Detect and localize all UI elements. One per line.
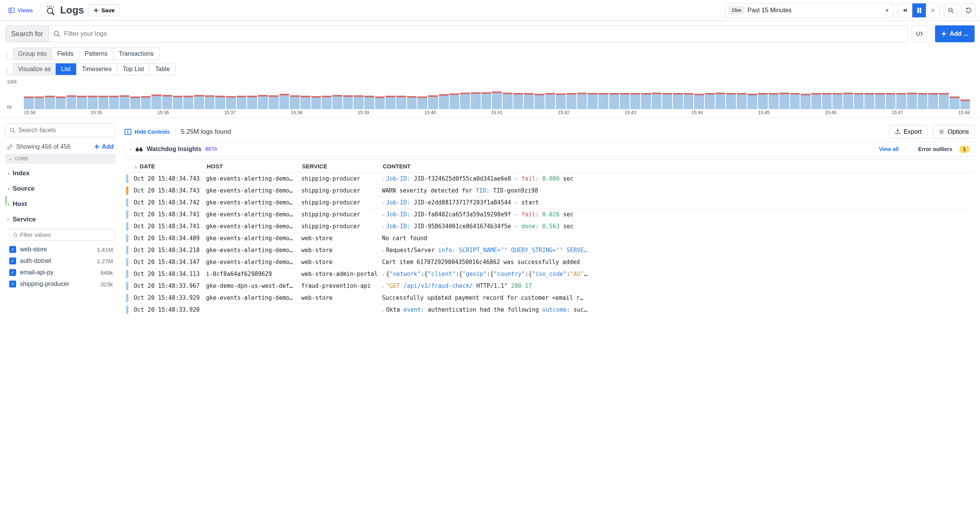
zoom-out-button[interactable]: [944, 3, 958, 17]
chart-bar[interactable]: [896, 95, 906, 109]
chart-bar[interactable]: [56, 98, 66, 109]
log-row[interactable]: Oct 20 15:48:34.741 gke-events-alerting-…: [125, 209, 975, 221]
visualize-table[interactable]: Table: [150, 63, 176, 75]
chart-bar[interactable]: [205, 97, 215, 109]
chart-bar[interactable]: [279, 95, 289, 109]
visualize-list[interactable]: List: [56, 63, 76, 75]
pencil-icon[interactable]: [7, 144, 13, 150]
chart-bar[interactable]: [513, 95, 523, 109]
chart-bar[interactable]: [769, 95, 779, 110]
chart-bar[interactable]: [364, 97, 374, 110]
service-facet-item[interactable]: ✓auth-dotnet1.27M: [5, 255, 115, 267]
chart-bar[interactable]: [832, 95, 842, 109]
chart-bar[interactable]: [35, 98, 45, 109]
chart-bar[interactable]: [822, 95, 832, 110]
pause-button[interactable]: [912, 3, 926, 17]
chart-bar[interactable]: [183, 97, 193, 110]
chart-bar[interactable]: [630, 95, 640, 110]
chart-bar[interactable]: [385, 97, 395, 109]
log-row[interactable]: Oct 20 15:48:34.489 gke-events-alerting-…: [125, 233, 975, 244]
chart-bar[interactable]: [545, 95, 555, 109]
chart-bar[interactable]: [779, 94, 789, 109]
facet-service[interactable]: ›Service: [5, 212, 115, 227]
col-date[interactable]: ↓ DATE: [135, 163, 207, 169]
chart-bar[interactable]: [482, 94, 492, 109]
chart-bar[interactable]: [939, 95, 949, 109]
views-button[interactable]: Views: [5, 5, 37, 16]
chart-bar[interactable]: [269, 97, 279, 109]
chart-bar[interactable]: [811, 95, 821, 109]
chart-bar[interactable]: [66, 97, 76, 109]
chart-bar[interactable]: [130, 98, 140, 109]
chart-bar[interactable]: [247, 97, 257, 110]
chart-bar[interactable]: [620, 95, 630, 109]
chart-bar[interactable]: [311, 98, 321, 109]
service-facet-item[interactable]: ✓email-api-py646k: [5, 267, 115, 278]
histogram-chart[interactable]: 100k 0k 15:3415:3515:3615:3715:3815:3915…: [0, 75, 980, 118]
chart-bar[interactable]: [98, 97, 108, 110]
chart-bar[interactable]: [652, 94, 662, 109]
chart-bar[interactable]: [524, 95, 534, 109]
chart-bar[interactable]: [928, 95, 938, 110]
facets-search[interactable]: [5, 123, 115, 137]
chart-bar[interactable]: [705, 95, 715, 110]
chart-bar[interactable]: [88, 97, 98, 109]
options-button[interactable]: Options: [933, 125, 975, 139]
chart-bar[interactable]: [492, 93, 502, 109]
log-row[interactable]: Oct 20 15:48:34.147 gke-events-alerting-…: [125, 256, 975, 268]
chart-bar[interactable]: [343, 97, 353, 109]
chart-bar[interactable]: [354, 97, 364, 109]
filter-values-input[interactable]: [20, 231, 112, 238]
chart-bar[interactable]: [577, 94, 587, 109]
chart-bar[interactable]: [258, 96, 268, 109]
chart-bar[interactable]: [471, 94, 481, 109]
filter-values-box[interactable]: [9, 229, 115, 241]
search-input[interactable]: [64, 30, 903, 38]
col-service[interactable]: SERVICE: [302, 163, 383, 169]
step-forward-button[interactable]: [926, 3, 940, 17]
chart-bar[interactable]: [716, 94, 726, 109]
chart-bar[interactable]: [407, 98, 417, 109]
log-row[interactable]: Oct 20 15:48:33.967 gke-demo-dpn-us-west…: [125, 280, 975, 292]
watchdog-insights-row[interactable]: › Watchdog Insights BETA View all Error …: [125, 142, 975, 156]
chart-bar[interactable]: [322, 97, 332, 110]
chart-bar[interactable]: [737, 95, 747, 110]
log-row[interactable]: Oct 20 15:48:33.920 ▸Okta event: authent…: [125, 304, 975, 316]
facet-host[interactable]: ›Host: [5, 196, 115, 212]
chart-bar[interactable]: [566, 95, 576, 109]
chart-bar[interactable]: [151, 96, 161, 109]
chart-bar[interactable]: [726, 95, 736, 109]
add-facet-button[interactable]: Add: [94, 143, 114, 150]
chart-bar[interactable]: [439, 96, 449, 109]
chart-bar[interactable]: [758, 95, 768, 109]
export-button[interactable]: Export: [889, 125, 927, 139]
log-row[interactable]: Oct 20 15:48:34.742 gke-events-alerting-…: [125, 197, 975, 209]
chart-bar[interactable]: [162, 96, 172, 109]
chart-bar[interactable]: [694, 95, 704, 109]
chart-bar[interactable]: [588, 95, 598, 109]
facet-source[interactable]: ›Source: [5, 181, 115, 196]
chart-bar[interactable]: [854, 95, 864, 109]
chart-bar[interactable]: [194, 96, 204, 109]
chart-bar[interactable]: [141, 98, 151, 109]
visualize-timeseries[interactable]: Timeseries: [76, 63, 118, 75]
service-facet-item[interactable]: ✓shipping-producer323k: [5, 278, 115, 290]
chart-bar[interactable]: [109, 97, 119, 110]
chart-bar[interactable]: [641, 95, 651, 109]
chart-bar[interactable]: [428, 97, 438, 109]
col-content[interactable]: CONTENT: [383, 163, 975, 169]
chart-bar[interactable]: [673, 95, 683, 110]
core-section-header[interactable]: ⌄ CORE: [5, 154, 115, 163]
add-button[interactable]: Add ...: [935, 25, 975, 42]
chart-bar[interactable]: [290, 97, 300, 109]
log-row[interactable]: Oct 20 15:48:33.929 gke-events-alerting-…: [125, 292, 975, 304]
chart-bar[interactable]: [375, 98, 385, 109]
chart-bar[interactable]: [609, 95, 619, 110]
log-row[interactable]: Oct 20 15:48:34.743 gke-events-alerting-…: [125, 173, 975, 185]
chart-bar[interactable]: [173, 97, 183, 109]
hide-controls-button[interactable]: Hide Controls: [125, 128, 170, 135]
refresh-button[interactable]: [962, 3, 975, 17]
visualize-top-list[interactable]: Top List: [118, 63, 150, 75]
chart-bar[interactable]: [950, 98, 960, 109]
chart-bar[interactable]: [237, 97, 247, 109]
